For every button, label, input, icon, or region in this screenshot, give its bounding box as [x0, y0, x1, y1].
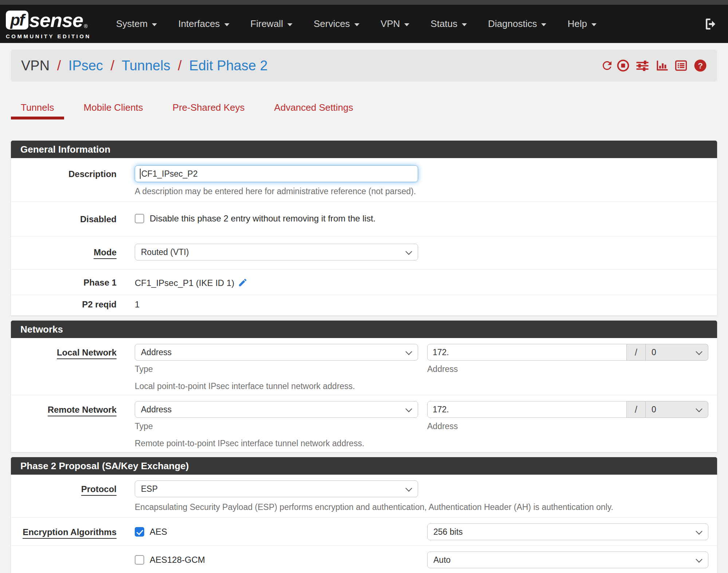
help-icon[interactable]: ? [694, 59, 707, 72]
breadcrumb-link-ipsec[interactable]: IPsec [68, 58, 103, 73]
row-remote-network: Remote Network Address Type / 0 [11, 395, 717, 452]
row-protocol: Protocol ESP Encapsulating Security Payl… [11, 475, 717, 518]
local-type-select[interactable]: Address [135, 344, 418, 361]
breadcrumb: VPN / IPsec / Tunnels / Edit Phase 2 [21, 58, 268, 74]
disabled-option-text: Disable this phase 2 entry without remov… [150, 213, 375, 224]
page-toolbar: ? [601, 59, 707, 72]
aes128gcm-label: AES128-GCM [150, 555, 205, 565]
chevron-down-icon [462, 23, 467, 26]
bar-chart-icon[interactable] [655, 59, 668, 72]
nav-vpn[interactable]: VPN [370, 18, 420, 30]
panel-general-information: General Information Description A descri… [11, 141, 717, 315]
panel-phase2-proposal: Phase 2 Proposal (SA/Key Exchange) Proto… [11, 457, 717, 573]
local-prefix-select[interactable]: 0 [646, 344, 708, 361]
row-mode: Mode Routed (VTI) [11, 236, 717, 270]
chevron-down-icon [224, 23, 229, 26]
local-network-description: Local point-to-point IPsec interface tun… [135, 381, 708, 391]
disabled-label: Disabled [11, 213, 135, 224]
row-description: Description A description may be entered… [11, 158, 717, 202]
slash-addon: / [627, 401, 646, 418]
phase1-label: Phase 1 [11, 278, 135, 288]
remote-address-help: Address [427, 421, 708, 431]
nav-services[interactable]: Services [303, 18, 370, 30]
row-disabled: Disabled Disable this phase 2 entry with… [11, 202, 717, 236]
chevron-down-icon [541, 23, 546, 26]
mode-label: Mode [11, 244, 135, 260]
aes-label: AES [150, 527, 167, 537]
remote-address-input[interactable] [427, 401, 627, 418]
remote-network-label: Remote Network [11, 401, 135, 448]
description-help: A description may be entered here for ad… [135, 187, 708, 196]
panel-networks: Networks Local Network Address Type / 0 [11, 321, 717, 452]
nav-status[interactable]: Status [420, 18, 477, 30]
p2reqid-label: P2 reqid [11, 299, 135, 310]
tab-advanced-settings[interactable]: Advanced Settings [264, 102, 363, 119]
remote-type-help: Type [135, 421, 418, 431]
slash-addon: / [627, 344, 646, 361]
mode-select-wrap: Routed (VTI) [135, 244, 418, 260]
refresh-icon[interactable] [601, 59, 614, 72]
remote-network-description: Remote point-to-point IPsec interface tu… [135, 439, 708, 448]
local-type-select-wrap: Address [135, 344, 418, 361]
stop-icon[interactable] [617, 59, 630, 72]
remote-type-select-wrap: Address [135, 401, 418, 418]
row-encryption-aes128gcm: AES128-GCM Auto [11, 546, 717, 573]
svg-text:?: ? [698, 61, 703, 70]
chevron-down-icon [404, 23, 409, 26]
aes128gcm-keylen-select[interactable]: Auto [427, 552, 708, 568]
row-local-network: Local Network Address Type / 0 [11, 338, 717, 395]
disabled-checkbox[interactable] [135, 214, 144, 223]
nav-firewall[interactable]: Firewall [240, 18, 303, 30]
aes-keylen-select-wrap: 256 bits [427, 523, 708, 540]
breadcrumb-bar: VPN / IPsec / Tunnels / Edit Phase 2 ? [11, 50, 717, 82]
pfsense-logo[interactable]: pf sense ® COMMUNITY EDITION [6, 9, 91, 39]
edit-pencil-icon[interactable] [238, 278, 248, 287]
section-title: Phase 2 Proposal (SA/Key Exchange) [11, 457, 717, 475]
row-p2reqid: P2 reqid 1 [11, 295, 717, 315]
section-title: General Information [11, 141, 717, 158]
protocol-help: Encapsulating Security Payload (ESP) per… [135, 502, 708, 512]
encryption-algorithms-label: Encryption Algorithms [11, 523, 135, 540]
aes128gcm-keylen-select-wrap: Auto [427, 552, 708, 568]
local-address-help: Address [427, 364, 708, 374]
breadcrumb-link-tunnels[interactable]: Tunnels [122, 58, 170, 73]
nav-diagnostics[interactable]: Diagnostics [477, 18, 557, 30]
breadcrumb-current: VPN [21, 58, 50, 73]
remote-prefix-select[interactable]: 0 [646, 401, 708, 418]
row-phase1: Phase 1 CF1_IPsec_P1 (IKE ID 1) [11, 270, 717, 295]
list-icon[interactable] [674, 59, 688, 72]
local-prefix-select-wrap: 0 [646, 344, 708, 361]
logo-subtitle: COMMUNITY EDITION [6, 33, 91, 39]
tab-pre-shared-keys[interactable]: Pre-Shared Keys [163, 102, 255, 119]
sliders-icon[interactable] [636, 59, 649, 72]
local-type-help: Type [135, 364, 418, 374]
tab-bar: Tunnels Mobile Clients Pre-Shared Keys A… [11, 102, 717, 119]
sign-out-icon[interactable] [704, 17, 719, 31]
nav-interfaces[interactable]: Interfaces [168, 18, 240, 30]
description-input[interactable] [135, 165, 418, 182]
window-top-strip [0, 0, 728, 5]
tab-mobile-clients[interactable]: Mobile Clients [74, 102, 153, 119]
tab-tunnels[interactable]: Tunnels [11, 102, 64, 119]
aes128gcm-checkbox[interactable] [135, 555, 144, 565]
protocol-select[interactable]: ESP [135, 480, 418, 497]
local-network-label: Local Network [11, 344, 135, 391]
breadcrumb-link-edit-phase2[interactable]: Edit Phase 2 [189, 58, 267, 73]
description-label: Description [11, 165, 135, 196]
chevron-down-icon [354, 23, 359, 26]
protocol-label: Protocol [11, 480, 135, 512]
aes-keylen-select[interactable]: 256 bits [427, 523, 708, 540]
local-address-input[interactable] [427, 344, 627, 361]
row-encryption-aes: Encryption Algorithms AES 256 bits [11, 518, 717, 546]
nav-system[interactable]: System [106, 18, 168, 30]
remote-type-select[interactable]: Address [135, 401, 418, 418]
remote-prefix-select-wrap: 0 [646, 401, 708, 418]
phase1-value: CF1_IPsec_P1 (IKE ID 1) [135, 278, 234, 288]
chevron-down-icon [287, 23, 292, 26]
aes-checkbox[interactable] [135, 527, 144, 537]
mode-select[interactable]: Routed (VTI) [135, 244, 418, 260]
chevron-down-icon [152, 23, 157, 26]
nav-help[interactable]: Help [557, 18, 607, 30]
chevron-down-icon [591, 23, 597, 26]
main-navbar: pf sense ® COMMUNITY EDITION System Inte… [0, 5, 728, 43]
